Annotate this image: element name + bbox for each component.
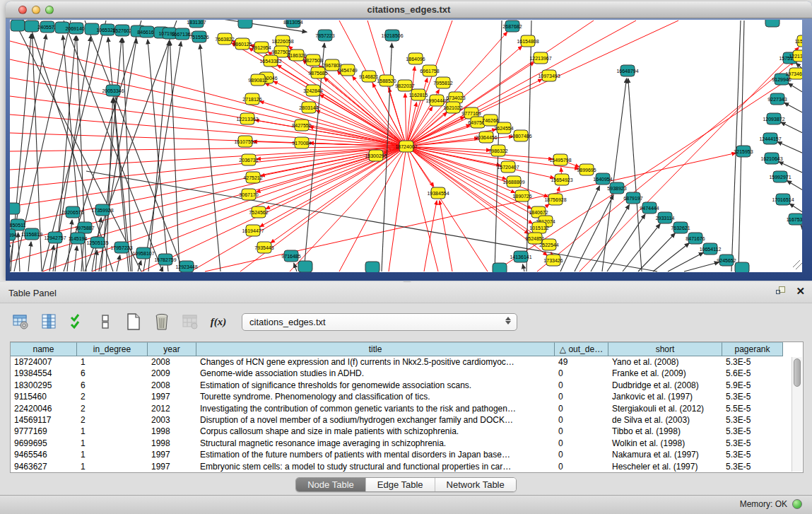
graph-node[interactable] (298, 261, 312, 272)
graph-node[interactable]: 12444157 (759, 133, 781, 144)
table-cell[interactable]: Disruption of a novel member of a sodium… (196, 414, 555, 426)
table-selector-dropdown[interactable]: citations_edges.txt (242, 313, 517, 331)
graph-node[interactable]: 1864096 (406, 53, 425, 64)
graph-node[interactable]: 1145194 (69, 233, 88, 244)
table-cell[interactable]: 5.3E-5 (722, 414, 783, 426)
graph-node[interactable]: 17016514 (772, 194, 794, 205)
graph-node[interactable]: 16107552 (234, 136, 256, 147)
new-table-button[interactable] (123, 311, 144, 332)
graph-node[interactable]: 8454749 (338, 64, 357, 76)
graph-node[interactable]: 19218506 (381, 30, 403, 41)
graph-node[interactable]: 9899695 (577, 164, 596, 175)
tab-network-table[interactable]: Network Table (435, 478, 516, 491)
table-cell[interactable]: 5.3E-5 (722, 461, 783, 472)
table-cell[interactable]: 1997 (148, 461, 196, 472)
table-row[interactable]: 1938455462009Genome-wide association stu… (11, 368, 803, 379)
graph-node[interactable]: 9474444 (640, 202, 659, 214)
tab-node-table[interactable]: Node Table (296, 478, 366, 491)
graph-node[interactable]: 9227343 (767, 93, 787, 105)
scrollbar-thumb[interactable] (794, 358, 801, 387)
table-cell[interactable]: 0 (555, 403, 608, 414)
graph-node[interactable] (11, 20, 25, 31)
network-canvas-svg[interactable]: 2405572206914061065328715276028466160107… (10, 20, 802, 272)
graph-node[interactable]: 2933114 (656, 212, 675, 223)
graph-node[interactable]: 1831307 (187, 20, 206, 28)
graph-node[interactable]: 17359928 (91, 204, 113, 216)
table-cell[interactable]: 1 (77, 426, 148, 437)
graph-node[interactable]: 2687682 (502, 21, 522, 32)
table-header-row[interactable]: namein_degreeyeartitle△ out_de…shortpage… (11, 342, 803, 356)
table-cell[interactable]: 1997 (148, 449, 196, 460)
graph-node[interactable]: 8813054 (283, 20, 302, 28)
graph-node[interactable]: 7515526 (189, 31, 208, 42)
column-header[interactable]: year (148, 342, 196, 356)
table-cell[interactable]: 2008 (148, 380, 196, 391)
table-cell[interactable]: Investigating the contribution of common… (196, 403, 555, 414)
table-cell[interactable]: 2008 (148, 356, 196, 368)
table-cell[interactable]: 5.3E-5 (722, 391, 783, 402)
table-cell[interactable]: Yano et al. (2008) (608, 356, 722, 368)
window-titlebar[interactable]: citations_edges.txt (6, 1, 812, 18)
graph-node[interactable]: 6961758 (420, 65, 439, 76)
table-cell[interactable]: 2 (77, 391, 148, 402)
table-cell[interactable]: Embryonic stem cells: a model to study s… (196, 461, 555, 472)
table-settings-button[interactable] (10, 311, 31, 332)
graph-node[interactable]: 6879197 (623, 192, 642, 204)
graph-node[interactable]: 2718126 (242, 93, 261, 105)
table-cell[interactable]: Hescheler et al. (1997) (608, 461, 722, 472)
table-cell[interactable]: 1997 (148, 391, 196, 402)
table-cell[interactable]: 5.9E-5 (722, 380, 783, 391)
graph-node[interactable]: 1733426 (543, 255, 563, 266)
import-table-button[interactable] (180, 311, 201, 332)
graph-node[interactable]: 1167533 (787, 214, 802, 225)
graph-node[interactable] (25, 21, 39, 32)
graph-node[interactable]: 1621022 (443, 102, 462, 113)
float-panel-icon[interactable] (776, 286, 786, 296)
table-cell[interactable]: 2 (77, 403, 148, 414)
table-vertical-scrollbar[interactable] (792, 357, 802, 472)
graph-node[interactable]: 12942757 (44, 232, 66, 243)
graph-node[interactable]: 12213363 (236, 113, 258, 124)
table-cell[interactable]: 19384554 (11, 368, 77, 379)
graph-node[interactable]: 7935443 (254, 242, 273, 253)
unselect-rows-button[interactable] (95, 311, 116, 332)
delete-table-button[interactable] (151, 311, 172, 332)
graph-node[interactable]: 2405572 (37, 21, 57, 33)
graph-node[interactable]: 7857223 (315, 30, 334, 41)
table-cell[interactable]: 9777169 (11, 426, 77, 437)
graph-node[interactable]: 7955812 (433, 77, 452, 88)
graph-node[interactable]: 10958107 (132, 247, 154, 259)
column-header[interactable]: title (196, 342, 555, 356)
column-header[interactable]: short (608, 342, 722, 356)
graph-node[interactable]: 19384554 (427, 187, 449, 199)
table-row[interactable]: 969969511998Structural magnetic resonanc… (11, 438, 803, 449)
close-panel-icon[interactable]: ✕ (796, 286, 805, 296)
table-cell[interactable]: Franke et al. (2009) (608, 368, 722, 379)
table-cell[interactable]: 1998 (148, 438, 196, 449)
table-cell[interactable]: 2012 (148, 403, 196, 414)
table-cell[interactable]: 9699695 (11, 438, 77, 449)
table-cell[interactable]: 0 (555, 391, 608, 402)
table-cell[interactable]: Estimation of the future numbers of pati… (196, 449, 555, 460)
table-cell[interactable]: 18300295 (11, 380, 77, 391)
show-columns-button[interactable] (38, 311, 59, 332)
graph-node[interactable]: 7986322 (488, 145, 507, 156)
graph-node[interactable]: 2803144 (299, 102, 318, 113)
graph-node[interactable]: 4275212 (243, 172, 262, 183)
graph-node[interactable]: 9822037 (395, 80, 414, 91)
graph-node[interactable]: 1015132 (529, 222, 548, 233)
graph-node[interactable]: 10807486 (510, 130, 531, 141)
graph-node[interactable]: 9975887 (75, 222, 94, 233)
graph-node[interactable]: 9716485 (281, 250, 300, 262)
graph-node[interactable]: 746266 (482, 115, 498, 126)
table-cell[interactable]: Structural magnetic resonance image aver… (196, 438, 555, 449)
table-cell[interactable]: 5.3E-5 (722, 356, 783, 368)
graph-node[interactable]: 5938923 (607, 182, 626, 194)
table-cell[interactable]: 2003 (148, 414, 196, 426)
table-row[interactable]: 1872400712008Changes of HCN gene express… (11, 356, 803, 368)
table-cell[interactable]: Jankovic et al. (1997) (608, 391, 722, 402)
graph-node[interactable]: 2036731 (239, 154, 258, 165)
table-cell[interactable]: Dudbridge et al. (2008) (608, 380, 722, 391)
graph-node[interactable]: 2522544 (539, 239, 558, 250)
graph-node[interactable]: 9827508 (303, 54, 322, 66)
